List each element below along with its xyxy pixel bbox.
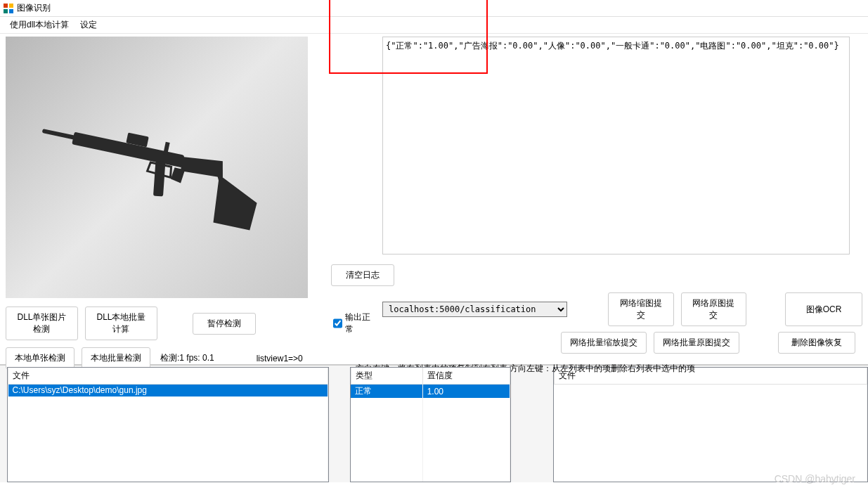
- table-row[interactable]: 正常 1.00: [351, 385, 510, 399]
- app-icon: [3, 3, 14, 14]
- left-panel: DLL单张图片检测 DLL本地批量计算 暂停检测 输出正常 本地单张检测 本地批…: [0, 34, 377, 364]
- table-row: [8, 468, 328, 480]
- menu-settings[interactable]: 设定: [75, 18, 103, 32]
- mid-table-header-type[interactable]: 类型: [351, 368, 422, 385]
- detect-status: 检测:1 fps: 0.1: [160, 352, 214, 364]
- table-row: [554, 420, 867, 432]
- menubar: 使用dll本地计算 设定: [0, 17, 868, 34]
- svg-rect-4: [42, 129, 77, 140]
- table-row: [351, 422, 510, 434]
- table-row: [554, 456, 867, 468]
- image-preview: [6, 37, 308, 298]
- net-orig-button[interactable]: 网络原图提交: [681, 292, 746, 326]
- dll-single-button[interactable]: DLL单张图片检测: [6, 307, 78, 340]
- table-row: [8, 432, 328, 444]
- gun-image: [23, 97, 290, 238]
- svg-rect-1: [9, 4, 13, 8]
- mid-table[interactable]: 类型 置信度 正常 1.00: [350, 367, 511, 482]
- output-normal-label: 输出正常: [345, 311, 371, 335]
- table-row: [8, 456, 328, 468]
- table-row: [554, 444, 867, 456]
- table-row: [8, 408, 328, 420]
- watermark: CSDN @babytiger: [775, 473, 855, 484]
- log-textarea[interactable]: {"正常":"1.00","广告海报":"0.00","人像":"0.00","…: [382, 37, 850, 254]
- delete-restore-button[interactable]: 删除图像恢复: [778, 332, 855, 354]
- tables-area: 文件 C:\Users\syz\Desktop\demo\gun.jpg 类型 …: [0, 364, 868, 482]
- table-row: [8, 420, 328, 432]
- pause-button[interactable]: 暂停检测: [193, 313, 256, 335]
- table-row: [351, 398, 510, 410]
- net-thumb-button[interactable]: 网络缩图提交: [608, 292, 673, 326]
- right-table[interactable]: 文件: [553, 367, 868, 482]
- titlebar: 图像识别: [0, 0, 868, 17]
- window-title: 图像识别: [17, 2, 51, 14]
- table-row: [8, 444, 328, 456]
- table-row: [554, 408, 867, 420]
- right-panel: {"正常":"1.00","广告海报":"0.00","人像":"0.00","…: [377, 34, 868, 364]
- dll-batch-button[interactable]: DLL本地批量计算: [85, 307, 157, 340]
- net-batch-orig-button[interactable]: 网络批量原图提交: [654, 332, 739, 354]
- table-row: [351, 458, 510, 470]
- table-row: [351, 434, 510, 446]
- table-row: [554, 385, 867, 396]
- table-row: [351, 446, 510, 458]
- menu-dll-local[interactable]: 使用dll本地计算: [4, 18, 75, 32]
- table-row: [351, 470, 510, 482]
- table-row: [554, 396, 867, 408]
- table-row[interactable]: C:\Users\syz\Desktop\demo\gun.jpg: [8, 385, 328, 396]
- image-ocr-button[interactable]: 图像OCR: [785, 292, 862, 326]
- local-batch-button[interactable]: 本地批量检测: [82, 347, 150, 369]
- left-table[interactable]: 文件 C:\Users\syz\Desktop\demo\gun.jpg: [7, 367, 329, 482]
- left-table-header-file[interactable]: 文件: [8, 368, 328, 385]
- svg-rect-3: [9, 9, 13, 13]
- table-row: [8, 396, 328, 408]
- svg-rect-0: [4, 4, 8, 8]
- table-row: [351, 410, 510, 422]
- net-batch-thumb-button[interactable]: 网络批量缩放提交: [561, 332, 647, 354]
- clear-log-button[interactable]: 清空日志: [331, 264, 394, 286]
- listview-status: listview1=>0: [257, 354, 303, 363]
- log-content: {"正常":"1.00","广告海报":"0.00","人像":"0.00","…: [386, 41, 839, 51]
- url-combo[interactable]: localhost:5000/classification: [382, 302, 567, 317]
- table-row: [554, 432, 867, 444]
- svg-rect-2: [4, 9, 8, 13]
- mid-table-header-conf[interactable]: 置信度: [422, 368, 510, 385]
- local-single-button[interactable]: 本地单张检测: [6, 347, 75, 369]
- output-normal-checkbox[interactable]: [333, 318, 342, 328]
